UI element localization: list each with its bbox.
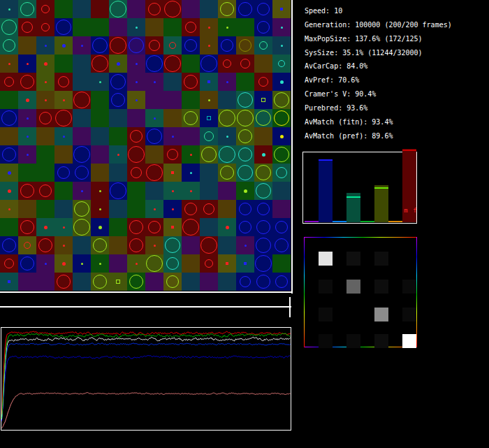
world-cell <box>236 254 254 273</box>
world-cell <box>127 55 145 73</box>
world-cell <box>91 109 109 127</box>
matrix-cell <box>346 280 360 294</box>
world-cell <box>54 91 73 109</box>
organism-circle <box>220 166 234 180</box>
organism-circle <box>165 238 180 253</box>
world-cell <box>91 236 109 254</box>
world-cell <box>91 218 109 236</box>
world-cell <box>91 200 109 218</box>
world-cell <box>18 182 36 200</box>
world-cell <box>109 127 127 145</box>
world-cell <box>36 145 54 164</box>
world-cell <box>145 127 163 145</box>
world-cell <box>254 18 272 36</box>
organism-circle <box>146 164 163 181</box>
organism-circle <box>146 55 163 72</box>
organism-square <box>8 280 10 283</box>
organism-dot <box>281 27 283 29</box>
organism-dot <box>190 190 192 192</box>
world-cell <box>0 182 18 200</box>
organism-circle <box>148 3 161 15</box>
organism-circle <box>56 20 71 35</box>
world-cell <box>54 164 73 182</box>
world-cell <box>109 73 127 91</box>
world-cell <box>182 254 200 273</box>
app-window: { "colors": { "background": "#000000", "… <box>0 0 489 448</box>
organism-dot <box>99 263 101 265</box>
organism-circle <box>184 203 197 215</box>
organism-circle <box>4 259 14 268</box>
bar-mean-marker <box>346 196 360 198</box>
organism-circle <box>167 149 178 160</box>
organism-dot <box>190 154 192 156</box>
organism-circle <box>57 166 70 179</box>
world-cell <box>54 0 73 18</box>
organism-dot <box>172 136 174 138</box>
world-cell <box>272 109 291 127</box>
organism-circle <box>58 76 69 87</box>
organism-dot <box>136 99 138 101</box>
organism-circle <box>93 275 107 289</box>
species-bar-chart-plot <box>303 152 416 223</box>
world-cell <box>18 36 36 55</box>
population-bar <box>319 159 333 222</box>
world-cell <box>182 0 200 18</box>
world-cell <box>36 236 54 254</box>
world-cell <box>218 127 236 145</box>
organism-dot <box>226 27 228 29</box>
world-cell <box>18 254 36 273</box>
world-cell <box>254 36 272 55</box>
matrix-cell <box>402 280 416 294</box>
world-cell <box>236 91 254 109</box>
world-cell <box>163 164 182 182</box>
organism-circle <box>20 256 34 270</box>
stat-avmatch-pref: AvMatch (pref): 89.6% <box>305 129 452 143</box>
world-cell <box>73 109 91 127</box>
world-cell <box>0 127 18 145</box>
world-cell <box>91 164 109 182</box>
world-cell <box>73 0 91 18</box>
world-cell <box>200 73 218 91</box>
world-cell <box>36 164 54 182</box>
timeline-scrollbar-thumb[interactable] <box>289 297 291 317</box>
stat-avmatch-fitn: AvMatch (fitn): 93.4% <box>305 115 452 129</box>
organism-dot <box>8 171 11 175</box>
world-cell <box>18 145 36 164</box>
world-cell <box>236 182 254 200</box>
organism-circle <box>274 92 289 108</box>
world-cell <box>18 218 36 236</box>
organism-circle <box>3 39 15 52</box>
organism-circle <box>164 1 181 17</box>
organism-circle <box>131 167 142 178</box>
world-cell <box>0 0 18 18</box>
world-cell <box>109 109 127 127</box>
world-cell <box>73 200 91 218</box>
timeline-scrollbar-track[interactable] <box>0 306 291 308</box>
organism-dot <box>208 45 210 47</box>
world-cell <box>91 0 109 18</box>
world-cell <box>218 273 236 291</box>
species-axis-swatch <box>360 221 374 222</box>
organism-circle <box>166 275 179 288</box>
world-cell <box>0 254 18 273</box>
world-cell <box>91 91 109 109</box>
organism-square <box>116 280 120 284</box>
world-cell <box>127 254 145 273</box>
species-axis-swatch <box>388 221 402 222</box>
organism-circle <box>257 3 270 15</box>
world-cell <box>54 127 73 145</box>
organism-circle <box>20 75 34 89</box>
organism-circle <box>184 111 198 125</box>
world-cell <box>73 182 91 200</box>
world-cell <box>272 18 291 36</box>
world-cell <box>91 254 109 273</box>
world-cell <box>18 200 36 218</box>
organism-circle <box>146 255 163 272</box>
world-cell <box>109 273 127 291</box>
bar-mean-marker <box>319 159 333 161</box>
world-cell <box>254 273 272 291</box>
organism-circle <box>110 37 126 54</box>
organism-circle <box>220 2 234 16</box>
world-cell <box>145 109 163 127</box>
world-cell <box>36 55 54 73</box>
